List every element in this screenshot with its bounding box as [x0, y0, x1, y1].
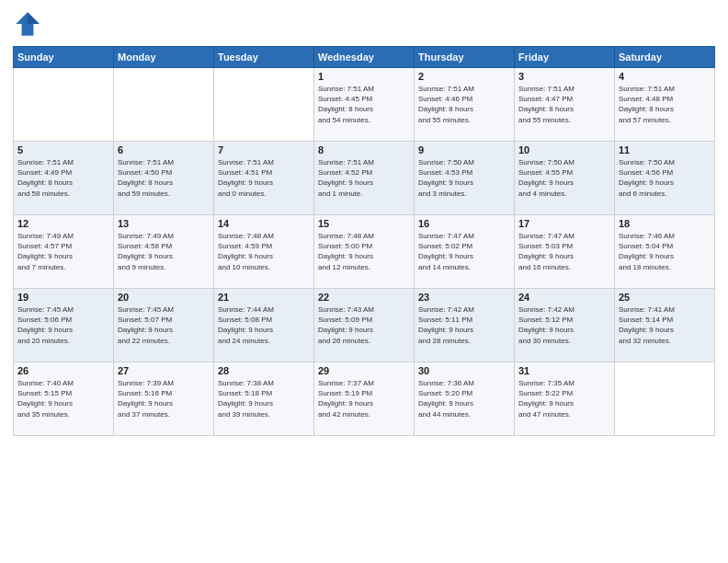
day-detail: Sunrise: 7:48 AMSunset: 4:59 PMDaylight:… — [218, 231, 310, 272]
day-detail: Sunrise: 7:45 AMSunset: 5:07 PMDaylight:… — [118, 304, 210, 346]
day-cell: 5Sunrise: 7:51 AMSunset: 4:49 PMDaylight… — [14, 142, 114, 215]
day-number: 2 — [418, 71, 510, 82]
col-header-saturday: Saturday — [615, 47, 715, 68]
day-cell: 26Sunrise: 7:40 AMSunset: 5:15 PMDayligh… — [14, 362, 114, 436]
day-number: 24 — [518, 292, 610, 303]
header — [13, 9, 715, 39]
day-detail: Sunrise: 7:41 AMSunset: 5:14 PMDaylight:… — [619, 304, 711, 346]
day-detail: Sunrise: 7:45 AMSunset: 5:06 PMDaylight:… — [17, 304, 109, 346]
day-number: 18 — [619, 218, 711, 229]
day-detail: Sunrise: 7:51 AMSunset: 4:52 PMDaylight:… — [318, 157, 410, 199]
day-cell: 13Sunrise: 7:49 AMSunset: 4:58 PMDayligh… — [114, 215, 214, 289]
day-detail: Sunrise: 7:37 AMSunset: 5:19 PMDaylight:… — [318, 378, 410, 419]
day-cell: 22Sunrise: 7:43 AMSunset: 5:09 PMDayligh… — [314, 289, 415, 362]
day-cell — [214, 68, 314, 142]
week-row-2: 5Sunrise: 7:51 AMSunset: 4:49 PMDaylight… — [14, 142, 715, 215]
day-number: 26 — [17, 365, 109, 376]
col-header-sunday: Sunday — [14, 47, 114, 68]
week-row-3: 12Sunrise: 7:49 AMSunset: 4:57 PMDayligh… — [14, 215, 715, 289]
col-header-thursday: Thursday — [415, 47, 515, 68]
day-number: 6 — [118, 144, 210, 155]
day-number: 16 — [418, 218, 510, 229]
day-number: 10 — [518, 144, 610, 155]
day-detail: Sunrise: 7:51 AMSunset: 4:46 PMDaylight:… — [418, 84, 510, 125]
logo-icon — [13, 9, 42, 39]
day-number: 9 — [418, 144, 510, 155]
day-detail: Sunrise: 7:38 AMSunset: 5:18 PMDaylight:… — [218, 378, 310, 419]
col-header-wednesday: Wednesday — [314, 47, 415, 68]
day-cell: 14Sunrise: 7:48 AMSunset: 4:59 PMDayligh… — [214, 215, 314, 289]
day-cell: 16Sunrise: 7:47 AMSunset: 5:02 PMDayligh… — [415, 215, 515, 289]
day-number: 4 — [619, 71, 711, 82]
day-number: 27 — [118, 365, 210, 376]
day-number: 28 — [218, 365, 310, 376]
day-cell: 4Sunrise: 7:51 AMSunset: 4:48 PMDaylight… — [615, 68, 715, 142]
col-header-monday: Monday — [114, 47, 214, 68]
day-number: 19 — [17, 292, 109, 303]
day-number: 3 — [518, 71, 610, 82]
day-cell: 29Sunrise: 7:37 AMSunset: 5:19 PMDayligh… — [314, 362, 415, 436]
day-cell: 19Sunrise: 7:45 AMSunset: 5:06 PMDayligh… — [14, 289, 114, 362]
day-detail: Sunrise: 7:51 AMSunset: 4:49 PMDaylight:… — [17, 157, 109, 199]
day-detail: Sunrise: 7:42 AMSunset: 5:11 PMDaylight:… — [418, 304, 510, 346]
day-cell: 18Sunrise: 7:46 AMSunset: 5:04 PMDayligh… — [615, 215, 715, 289]
day-detail: Sunrise: 7:51 AMSunset: 4:47 PMDaylight:… — [518, 84, 610, 125]
day-detail: Sunrise: 7:51 AMSunset: 4:50 PMDaylight:… — [118, 157, 210, 199]
day-number: 8 — [318, 144, 410, 155]
day-number: 11 — [619, 144, 711, 155]
day-detail: Sunrise: 7:43 AMSunset: 5:09 PMDaylight:… — [318, 304, 410, 346]
header-row: SundayMondayTuesdayWednesdayThursdayFrid… — [14, 47, 715, 68]
day-number: 21 — [218, 292, 310, 303]
day-number: 20 — [118, 292, 210, 303]
day-cell: 31Sunrise: 7:35 AMSunset: 5:22 PMDayligh… — [515, 362, 615, 436]
day-detail: Sunrise: 7:46 AMSunset: 5:04 PMDaylight:… — [619, 231, 711, 272]
day-detail: Sunrise: 7:50 AMSunset: 4:56 PMDaylight:… — [619, 157, 711, 199]
svg-marker-1 — [28, 12, 40, 24]
week-row-4: 19Sunrise: 7:45 AMSunset: 5:06 PMDayligh… — [14, 289, 715, 362]
day-cell: 8Sunrise: 7:51 AMSunset: 4:52 PMDaylight… — [314, 142, 415, 215]
day-detail: Sunrise: 7:40 AMSunset: 5:15 PMDaylight:… — [17, 378, 109, 419]
day-cell: 12Sunrise: 7:49 AMSunset: 4:57 PMDayligh… — [14, 215, 114, 289]
week-row-1: 1Sunrise: 7:51 AMSunset: 4:45 PMDaylight… — [14, 68, 715, 142]
day-cell: 17Sunrise: 7:47 AMSunset: 5:03 PMDayligh… — [515, 215, 615, 289]
day-cell: 28Sunrise: 7:38 AMSunset: 5:18 PMDayligh… — [214, 362, 314, 436]
day-detail: Sunrise: 7:48 AMSunset: 5:00 PMDaylight:… — [318, 231, 410, 272]
day-number: 13 — [118, 218, 210, 229]
day-cell: 30Sunrise: 7:36 AMSunset: 5:20 PMDayligh… — [415, 362, 515, 436]
day-detail: Sunrise: 7:50 AMSunset: 4:53 PMDaylight:… — [418, 157, 510, 199]
day-detail: Sunrise: 7:44 AMSunset: 5:08 PMDaylight:… — [218, 304, 310, 346]
week-row-5: 26Sunrise: 7:40 AMSunset: 5:15 PMDayligh… — [14, 362, 715, 436]
day-detail: Sunrise: 7:51 AMSunset: 4:51 PMDaylight:… — [218, 157, 310, 199]
day-number: 7 — [218, 144, 310, 155]
day-detail: Sunrise: 7:36 AMSunset: 5:20 PMDaylight:… — [418, 378, 510, 419]
day-detail: Sunrise: 7:47 AMSunset: 5:02 PMDaylight:… — [418, 231, 510, 272]
day-cell: 24Sunrise: 7:42 AMSunset: 5:12 PMDayligh… — [515, 289, 615, 362]
page: SundayMondayTuesdayWednesdayThursdayFrid… — [0, 0, 728, 563]
day-number: 29 — [318, 365, 410, 376]
day-number: 14 — [218, 218, 310, 229]
day-number: 17 — [518, 218, 610, 229]
day-cell: 27Sunrise: 7:39 AMSunset: 5:16 PMDayligh… — [114, 362, 214, 436]
day-cell: 20Sunrise: 7:45 AMSunset: 5:07 PMDayligh… — [114, 289, 214, 362]
day-detail: Sunrise: 7:49 AMSunset: 4:57 PMDaylight:… — [17, 231, 109, 272]
day-detail: Sunrise: 7:39 AMSunset: 5:16 PMDaylight:… — [118, 378, 210, 419]
logo — [13, 9, 46, 39]
day-detail: Sunrise: 7:51 AMSunset: 4:48 PMDaylight:… — [619, 84, 711, 125]
day-cell: 21Sunrise: 7:44 AMSunset: 5:08 PMDayligh… — [214, 289, 314, 362]
day-detail: Sunrise: 7:47 AMSunset: 5:03 PMDaylight:… — [518, 231, 610, 272]
col-header-friday: Friday — [515, 47, 615, 68]
day-cell: 10Sunrise: 7:50 AMSunset: 4:55 PMDayligh… — [515, 142, 615, 215]
calendar-table: SundayMondayTuesdayWednesdayThursdayFrid… — [13, 46, 715, 436]
day-detail: Sunrise: 7:49 AMSunset: 4:58 PMDaylight:… — [118, 231, 210, 272]
day-number: 30 — [418, 365, 510, 376]
day-number: 1 — [318, 71, 410, 82]
day-number: 31 — [518, 365, 610, 376]
day-cell: 25Sunrise: 7:41 AMSunset: 5:14 PMDayligh… — [615, 289, 715, 362]
col-header-tuesday: Tuesday — [214, 47, 314, 68]
day-detail: Sunrise: 7:42 AMSunset: 5:12 PMDaylight:… — [518, 304, 610, 346]
day-cell: 9Sunrise: 7:50 AMSunset: 4:53 PMDaylight… — [415, 142, 515, 215]
day-cell: 7Sunrise: 7:51 AMSunset: 4:51 PMDaylight… — [214, 142, 314, 215]
day-cell — [14, 68, 114, 142]
day-detail: Sunrise: 7:51 AMSunset: 4:45 PMDaylight:… — [318, 84, 410, 125]
day-number: 5 — [17, 144, 109, 155]
